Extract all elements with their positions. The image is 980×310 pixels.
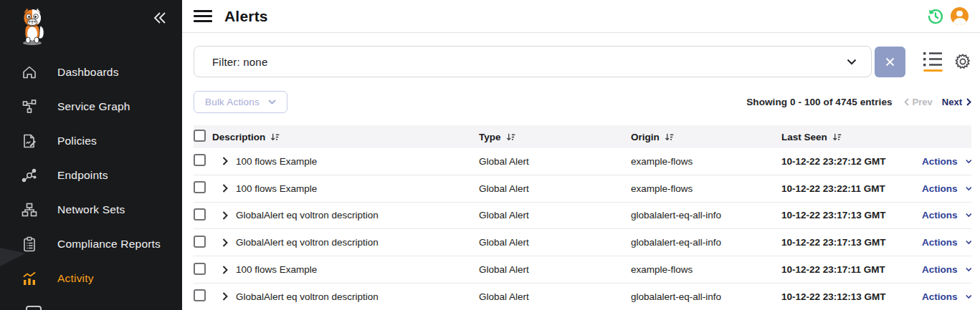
pagination: Showing 0 - 100 of 4745 entries Prev Nex…	[746, 97, 971, 107]
expand-row-icon[interactable]	[222, 211, 228, 220]
sidebar-item-compliance-reports[interactable]: Compliance Reports	[0, 227, 182, 261]
row-checkbox[interactable]	[194, 236, 206, 248]
list-view-toggle[interactable]	[923, 52, 943, 72]
filter-select[interactable]: Filter: none	[194, 46, 872, 77]
clear-filter-button[interactable]	[875, 47, 905, 77]
row-actions-menu[interactable]: Actions	[922, 183, 971, 194]
sidebar-item-policies[interactable]: Policies	[0, 124, 182, 158]
expand-row-icon[interactable]	[222, 238, 228, 247]
sidebar-item-label: Endpoints	[57, 169, 108, 182]
expand-row-icon[interactable]	[222, 157, 228, 165]
settings-button[interactable]	[954, 53, 971, 70]
column-header-origin[interactable]: Origin	[631, 132, 660, 142]
app-window: Dashboards Service Graph	[0, 0, 980, 310]
user-avatar-icon[interactable]	[951, 7, 969, 25]
policies-icon	[22, 133, 37, 149]
sidebar-item-endpoints[interactable]: Endpoints	[0, 158, 182, 193]
sidebar-item-service-graph[interactable]: Service Graph	[0, 89, 182, 124]
topbar-actions	[926, 7, 969, 26]
row-actions-menu[interactable]: Actions	[922, 291, 971, 302]
alert-origin: example-flows	[631, 183, 781, 194]
alert-description: GlobalAlert eq voltron description	[236, 291, 379, 302]
alert-last-seen: 10-12-22 23:17:13 GMT	[781, 237, 922, 248]
list-icon	[923, 52, 943, 67]
alert-type: Global Alert	[479, 183, 631, 194]
next-page-button[interactable]: Next	[942, 97, 971, 107]
sidebar-item-label: Compliance Reports	[57, 238, 161, 251]
filter-value: Filter: none	[212, 56, 267, 68]
activity-icon	[22, 271, 37, 286]
alert-type: Global Alert	[479, 210, 631, 221]
alert-last-seen: 10-12-22 23:17:13 GMT	[781, 210, 922, 221]
chevron-down-icon	[966, 186, 971, 191]
toolbar-row: Bulk Actions Showing 0 - 100 of 4745 ent…	[194, 91, 971, 113]
sort-icon[interactable]	[832, 132, 842, 142]
alert-last-seen: 10-12-22 23:22:11 GMT	[781, 183, 922, 194]
alert-origin: globalalert-eq-all-info	[631, 291, 781, 302]
endpoints-icon	[22, 168, 37, 183]
gear-icon	[954, 53, 971, 70]
sort-icon[interactable]	[270, 132, 280, 142]
alert-type: Global Alert	[479, 291, 631, 302]
column-header-last-seen[interactable]: Last Seen	[781, 132, 827, 142]
row-checkbox[interactable]	[194, 289, 206, 301]
table-row: GlobalAlert eq voltron description Globa…	[194, 284, 971, 310]
chevron-down-icon	[966, 267, 971, 272]
row-actions-menu[interactable]: Actions	[922, 210, 971, 221]
chevron-left-icon	[904, 98, 909, 106]
filter-row: Filter: none	[194, 46, 971, 77]
expand-row-icon[interactable]	[222, 184, 228, 193]
row-actions-menu[interactable]: Actions	[922, 156, 971, 167]
prev-page-button[interactable]: Prev	[904, 97, 933, 107]
main-area: Alerts Filter: none	[182, 0, 980, 310]
bulk-actions-button[interactable]: Bulk Actions	[194, 91, 287, 113]
sort-icon[interactable]	[665, 132, 674, 142]
sidebar-item-dashboards[interactable]: Dashboards	[0, 55, 182, 89]
sidebar-item-label: Activity	[57, 272, 94, 285]
expand-row-icon[interactable]	[222, 292, 228, 301]
sidebar-item-activity[interactable]: Activity	[0, 261, 182, 296]
calico-cat-logo	[19, 7, 46, 49]
chevron-right-icon	[966, 98, 971, 106]
sidebar-item-label: Dashboards	[57, 66, 119, 79]
alert-origin: globalalert-eq-all-info	[631, 210, 781, 221]
row-checkbox[interactable]	[194, 208, 206, 221]
expand-row-icon[interactable]	[222, 266, 228, 274]
chevron-down-icon	[966, 240, 971, 245]
sidebar-item-network-sets[interactable]: Network Sets	[0, 193, 182, 227]
row-checkbox[interactable]	[194, 181, 206, 193]
row-checkbox[interactable]	[194, 263, 206, 275]
dashboards-icon	[22, 64, 37, 80]
alert-description: GlobalAlert eq voltron description	[236, 237, 379, 248]
alert-origin: example-flows	[631, 264, 781, 275]
select-all-checkbox[interactable]	[194, 130, 206, 142]
alert-type: Global Alert	[479, 237, 631, 248]
sort-icon[interactable]	[506, 132, 515, 142]
menu-icon[interactable]	[194, 10, 212, 22]
sidebar-collapse-button[interactable]	[151, 9, 169, 27]
service-graph-icon	[22, 99, 37, 115]
top-bar: Alerts	[182, 0, 980, 33]
network-sets-icon	[22, 202, 37, 218]
alert-last-seen: 10-12-22 23:27:12 GMT	[781, 156, 922, 167]
bulk-actions-label: Bulk Actions	[205, 97, 260, 107]
alert-description: 100 flows Example	[236, 156, 317, 167]
column-header-type[interactable]: Type	[479, 132, 501, 142]
table-row: GlobalAlert eq voltron description Globa…	[194, 229, 971, 256]
table-row: 100 flows Example Global Alert example-f…	[194, 148, 971, 175]
column-header-description[interactable]: Description	[212, 132, 265, 142]
sidebar-item-label: Service Graph	[57, 100, 130, 113]
alert-origin: example-flows	[631, 156, 781, 167]
alert-type: Global Alert	[479, 156, 631, 167]
row-actions-menu[interactable]: Actions	[922, 264, 971, 275]
row-actions-menu[interactable]: Actions	[922, 237, 971, 248]
alert-description: 100 flows Example	[236, 264, 317, 275]
compliance-reports-icon	[22, 236, 37, 252]
history-icon[interactable]	[926, 7, 945, 26]
sidebar-item-label: Policies	[57, 135, 97, 147]
chevron-down-icon	[966, 294, 971, 299]
row-checkbox[interactable]	[194, 154, 206, 166]
alerts-table: Description Type Origin Last Seen	[194, 125, 971, 310]
alert-type: Global Alert	[479, 264, 631, 275]
active-view-underline	[923, 69, 943, 72]
